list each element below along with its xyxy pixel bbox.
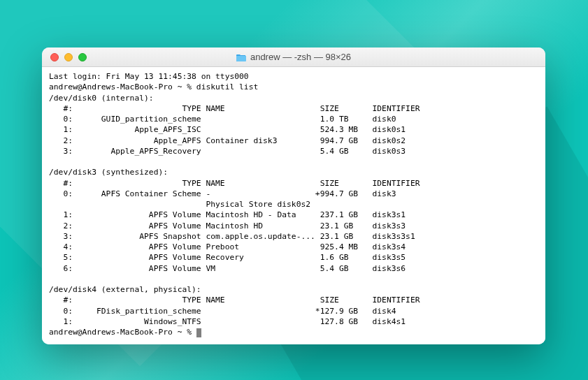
- command-line: andrew@Andrews-MacBook-Pro ~ % diskutil …: [49, 82, 538, 92]
- traffic-lights: [42, 53, 87, 61]
- cursor: [196, 328, 201, 337]
- terminal-window: andrew — -zsh — 98×26 Last login: Fri Ma…: [42, 48, 545, 344]
- last-login-line: Last login: Fri May 13 11:45:38 on ttys0…: [49, 71, 538, 82]
- maximize-button[interactable]: [78, 53, 87, 61]
- folder-icon: [236, 53, 246, 61]
- terminal-body[interactable]: Last login: Fri May 13 11:45:38 on ttys0…: [42, 67, 545, 344]
- minimize-button[interactable]: [64, 53, 73, 61]
- prompt: andrew@Andrews-MacBook-Pro ~ %: [49, 327, 196, 337]
- window-title-text: andrew — -zsh — 98×26: [250, 52, 351, 62]
- typed-command: diskutil list: [196, 82, 258, 92]
- output-block: /dev/disk0 (internal): #: TYPE NAME SIZE…: [49, 93, 538, 328]
- active-prompt[interactable]: andrew@Andrews-MacBook-Pro ~ %: [49, 327, 538, 337]
- window-title: andrew — -zsh — 98×26: [42, 52, 545, 62]
- close-button[interactable]: [50, 53, 59, 61]
- titlebar[interactable]: andrew — -zsh — 98×26: [42, 48, 545, 67]
- prompt: andrew@Andrews-MacBook-Pro ~ %: [49, 82, 196, 92]
